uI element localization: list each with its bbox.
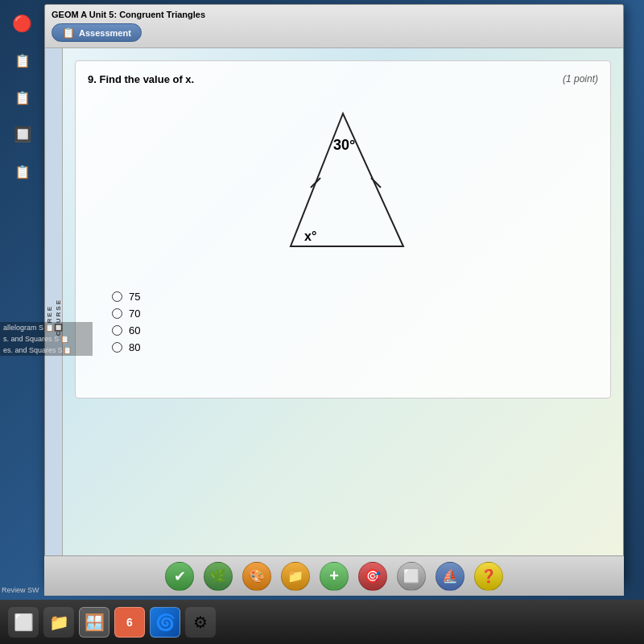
assessment-button[interactable]: 📋 Assessment [52,23,142,42]
choice-60-label: 60 [129,324,140,336]
points-text: (1 point) [563,73,598,85]
taskbar-explorer[interactable]: 📁 [43,607,74,638]
nav-leaf-button[interactable]: 🌿 [204,562,233,591]
choice-70-label: 70 [129,308,140,320]
left-sidebar: 🔴 📋 📋 🔲 📋 [0,0,44,600]
nav-square-button[interactable]: ⬜ [397,562,426,591]
radio-70[interactable] [112,308,122,319]
sidebar-icon-2[interactable]: 📋 [7,45,38,76]
sidebar-item-icon-3: S📋 [58,346,72,354]
sidebar-icon-1[interactable]: 🔴 [7,8,38,39]
triangle-diagram: 30° x° [246,97,440,275]
radio-75[interactable] [112,291,122,302]
radio-80[interactable] [112,342,122,353]
choice-60[interactable]: 60 [112,324,598,336]
sidebar-icon-3[interactable]: 📋 [7,82,38,113]
nav-boat-button[interactable]: ⛵ [436,562,464,591]
content-area: COURSE TREE 9. Find the value of x. (1 p… [45,48,623,578]
nav-folder-button[interactable]: 📁 [281,562,310,591]
question-header: 9. Find the value of x. (1 point) [88,73,598,85]
answer-choices: 75 70 60 80 [88,291,598,353]
assessment-label: Assessment [79,28,131,38]
question-text: 9. Find the value of x. [88,73,194,85]
svg-text:x°: x° [304,229,316,243]
radio-60[interactable] [112,325,122,336]
taskbar-settings[interactable]: ⚙ [185,607,216,638]
taskbar-badge[interactable]: 6 [114,607,145,638]
course-sidebar: COURSE TREE [45,48,63,578]
nav-help-button[interactable]: ❓ [474,562,503,591]
choice-75[interactable]: 75 [112,291,598,303]
assessment-icon: 📋 [62,27,75,39]
choice-70[interactable]: 70 [112,308,598,320]
nav-check-button[interactable]: ✔ [165,562,194,591]
browser-header: GEOM A Unit 5: Congruent Triangles 📋 Ass… [45,5,623,48]
choice-80[interactable]: 80 [112,341,598,353]
svg-text:30°: 30° [333,137,355,153]
sidebar-item-icon-2: 📋 [60,335,69,343]
question-box: 9. Find the value of x. (1 point) [75,60,611,398]
taskbar: ⬜ 📁 🪟 6 🌀 ⚙ [0,600,644,644]
choice-75-label: 75 [129,291,140,303]
desktop: GEOM A Unit 5: Congruent Triangles 📋 Ass… [0,0,644,644]
bottom-nav: ✔ 🌿 🎨 📁 + 🎯 ⬜ ⛵ ❓ [44,555,624,596]
svg-marker-0 [291,114,403,246]
choice-80-label: 80 [129,341,140,353]
sidebar-icon-5[interactable]: 📋 [7,156,38,187]
svg-line-1 [311,178,320,188]
question-prompt: Find the value of x. [99,73,194,85]
review-label: Review SW [2,586,39,594]
nav-target-button[interactable]: 🎯 [358,562,387,591]
question-number: 9. [88,73,97,85]
nav-palette-button[interactable]: 🎨 [242,562,271,591]
taskbar-desktop[interactable]: ⬜ [8,607,39,638]
browser-window: GEOM A Unit 5: Congruent Triangles 📋 Ass… [44,4,624,584]
page-title: GEOM A Unit 5: Congruent Triangles [52,8,617,21]
nav-plus-button[interactable]: + [320,562,349,591]
question-panel: 9. Find the value of x. (1 point) [63,48,623,578]
sidebar-icon-4[interactable]: 🔲 [7,119,38,150]
diagram-container: 30° x° [88,97,598,275]
taskbar-windows[interactable]: 🪟 [79,607,109,638]
taskbar-browser[interactable]: 🌀 [150,607,180,638]
sidebar-item-icon-1: 📋🔲 [45,324,63,332]
